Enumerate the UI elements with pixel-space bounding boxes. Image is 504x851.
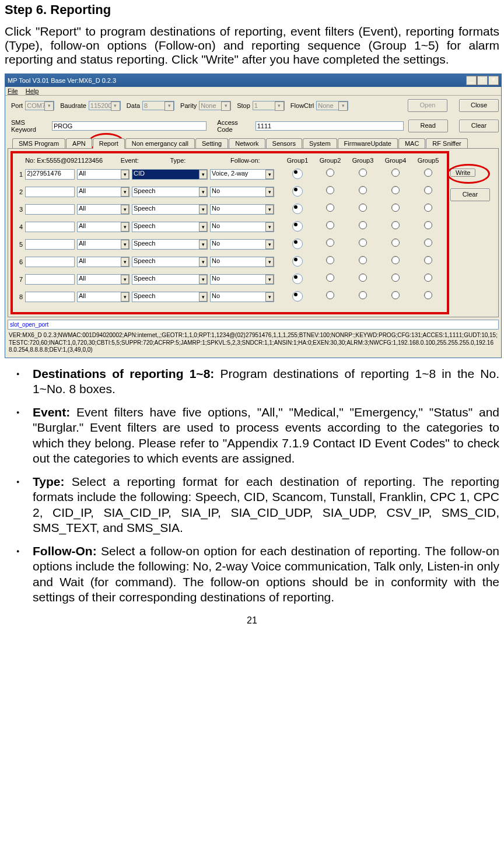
group4-radio[interactable] — [391, 291, 400, 299]
menu-file[interactable]: File — [8, 87, 18, 94]
destination-input[interactable]: 2)27951476 — [25, 169, 75, 180]
group1-radio[interactable] — [292, 169, 303, 179]
type-select[interactable]: Speech — [132, 204, 208, 215]
type-select[interactable]: Speech — [132, 274, 208, 285]
tab-firmwareupdate[interactable]: FirmwareUpdate — [338, 138, 398, 149]
group1-radio[interactable] — [292, 274, 303, 284]
tab-setting[interactable]: Setting — [195, 138, 228, 149]
tab-report[interactable]: Report — [93, 138, 125, 149]
clear-button[interactable]: Clear — [459, 120, 499, 132]
tab-mac[interactable]: MAC — [398, 138, 425, 149]
destination-input[interactable] — [25, 187, 75, 197]
follow-on-select[interactable]: No — [210, 274, 274, 285]
group4-radio[interactable] — [391, 256, 400, 264]
sms-keyword-input[interactable] — [52, 121, 206, 131]
group3-radio[interactable] — [359, 169, 367, 177]
tab-rf-sniffer[interactable]: RF Sniffer — [426, 138, 467, 149]
group2-radio[interactable] — [326, 239, 334, 247]
group5-radio[interactable] — [424, 186, 432, 194]
follow-on-select[interactable]: No — [210, 292, 274, 302]
minimize-icon[interactable]: _ — [466, 76, 477, 85]
type-select[interactable]: Speech — [132, 187, 208, 197]
report-clear-button[interactable]: Clear — [450, 188, 490, 201]
access-code-input[interactable] — [256, 121, 404, 131]
group3-radio[interactable] — [359, 239, 367, 247]
group3-radio[interactable] — [359, 291, 367, 299]
event-select[interactable]: All — [77, 257, 130, 267]
follow-on-select[interactable]: No — [210, 187, 274, 197]
group1-radio[interactable] — [292, 204, 303, 214]
follow-on-select[interactable]: No — [210, 204, 274, 215]
group5-radio[interactable] — [424, 239, 432, 247]
group3-radio[interactable] — [359, 186, 367, 194]
tab-sms-program[interactable]: SMS Program — [12, 138, 65, 149]
group3-radio[interactable] — [359, 221, 367, 229]
type-select[interactable]: Speech — [132, 257, 208, 267]
follow-on-select[interactable]: No — [210, 222, 274, 232]
destination-input[interactable] — [25, 239, 75, 250]
follow-on-select[interactable]: Voice, 2-way — [210, 169, 274, 180]
tab-system[interactable]: System — [303, 138, 337, 149]
group1-radio[interactable] — [292, 291, 303, 302]
group1-radio[interactable] — [292, 221, 303, 232]
open-button[interactable]: Open — [408, 99, 447, 112]
event-select[interactable]: All — [77, 204, 130, 215]
group3-radio[interactable] — [359, 274, 367, 282]
group2-radio[interactable] — [326, 169, 334, 177]
type-select[interactable]: Speech — [132, 222, 208, 232]
read-button[interactable]: Read — [408, 120, 448, 132]
flow-select[interactable]: None — [316, 101, 348, 110]
group5-radio[interactable] — [424, 204, 432, 212]
follow-on-select[interactable]: No — [210, 239, 274, 250]
group4-radio[interactable] — [391, 221, 400, 229]
group4-radio[interactable] — [391, 169, 400, 177]
destination-input[interactable] — [25, 204, 75, 215]
event-select[interactable]: All — [77, 292, 130, 302]
maximize-icon[interactable]: □ — [477, 76, 488, 85]
group1-radio[interactable] — [292, 256, 303, 267]
port-select[interactable]: COM7 — [25, 101, 54, 110]
stop-select[interactable]: 1 — [253, 101, 285, 110]
tab-network[interactable]: Network — [229, 138, 265, 149]
group2-radio[interactable] — [326, 256, 334, 264]
type-select[interactable]: Speech — [132, 292, 208, 302]
destination-input[interactable] — [25, 222, 75, 232]
group5-radio[interactable] — [424, 256, 432, 264]
type-select[interactable]: Speech — [132, 239, 208, 250]
group1-radio[interactable] — [292, 239, 303, 249]
baud-select[interactable]: 115200 — [89, 101, 121, 110]
group4-radio[interactable] — [391, 186, 400, 194]
group2-radio[interactable] — [326, 186, 334, 194]
group2-radio[interactable] — [326, 274, 334, 282]
tab-sensors[interactable]: Sensors — [266, 138, 302, 149]
event-select[interactable]: All — [77, 274, 130, 285]
group5-radio[interactable] — [424, 169, 432, 177]
group4-radio[interactable] — [391, 239, 400, 247]
close-button[interactable]: Close — [459, 99, 499, 112]
group5-radio[interactable] — [424, 221, 432, 229]
group5-radio[interactable] — [424, 274, 432, 282]
event-select[interactable]: All — [77, 222, 130, 232]
destination-input[interactable] — [25, 274, 75, 285]
close-icon[interactable]: × — [488, 76, 499, 85]
group3-radio[interactable] — [359, 256, 367, 264]
type-select[interactable]: CID — [132, 169, 208, 180]
group5-radio[interactable] — [424, 291, 432, 299]
event-select[interactable]: All — [77, 187, 130, 197]
group3-radio[interactable] — [359, 204, 367, 212]
parity-select[interactable]: None — [199, 101, 231, 110]
follow-on-select[interactable]: No — [210, 257, 274, 267]
event-select[interactable]: All — [77, 239, 130, 250]
group1-radio[interactable] — [292, 186, 303, 197]
group2-radio[interactable] — [326, 221, 334, 229]
tab-non-emergancy-call[interactable]: Non emergancy call — [125, 138, 195, 149]
tab-apn[interactable]: APN — [66, 138, 92, 149]
data-select[interactable]: 8 — [142, 101, 174, 110]
destination-input[interactable] — [25, 257, 75, 267]
group2-radio[interactable] — [326, 204, 334, 212]
write-button[interactable]: Write — [450, 169, 475, 177]
event-select[interactable]: All — [77, 169, 130, 180]
group2-radio[interactable] — [326, 291, 334, 299]
menu-help[interactable]: Help — [26, 87, 39, 94]
group4-radio[interactable] — [391, 204, 400, 212]
